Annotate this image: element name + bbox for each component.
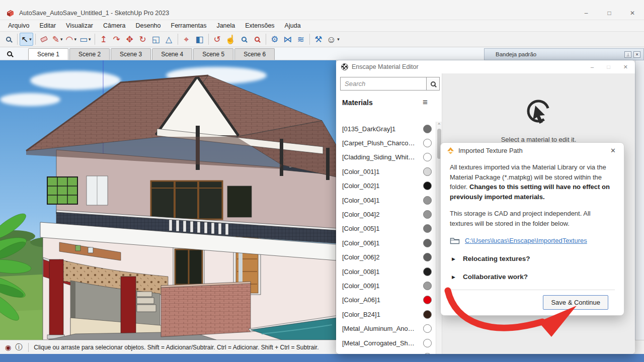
material-row[interactable]: [0135_DarkGray]1: [336, 122, 436, 136]
dialog-header[interactable]: Imported Texture Path ✕: [441, 143, 624, 157]
menu-item[interactable]: Ajuda: [280, 21, 306, 30]
enscape-sync-button[interactable]: ⋈: [281, 33, 294, 46]
scale-tool-button[interactable]: ◱: [149, 33, 163, 46]
enscape-settings-button[interactable]: ⚙: [268, 33, 281, 46]
rotate-tool-button[interactable]: ↻: [136, 33, 149, 46]
material-row[interactable]: [Color_004]1: [336, 193, 436, 207]
enscape-layers-button[interactable]: ≋: [294, 33, 307, 46]
move-tool-button[interactable]: ✥: [123, 33, 136, 46]
material-list: [0135_DarkGray]1 [Carpet_Plush_Charco… […: [336, 122, 436, 354]
menu-item[interactable]: Janela: [211, 21, 240, 30]
scene-tab[interactable]: Scene 1: [28, 48, 68, 60]
default-tray-header[interactable]: Bandeja padrão ⊤ ✕: [484, 48, 644, 60]
paint-bucket-button[interactable]: ◧: [193, 33, 206, 46]
material-editor-header[interactable]: Enscape Material Editor – □ ✕: [336, 60, 635, 73]
chevron-down-icon[interactable]: ▾: [89, 37, 91, 42]
material-row[interactable]: [Color_008]1: [336, 264, 436, 279]
zoom-cursor-icon: [7, 51, 12, 56]
material-row[interactable]: [Metal_Rough]1: [336, 350, 436, 354]
material-row[interactable]: [Cladding_Siding_Whit…: [336, 150, 436, 164]
material-row[interactable]: [Color_006]1: [336, 236, 436, 250]
tape-measure-button[interactable]: ⌖: [180, 33, 193, 46]
orbit-tool-button[interactable]: ↺: [211, 33, 224, 46]
viewport-3d-view[interactable]: [0, 60, 336, 340]
scene-tab[interactable]: Scene 6: [234, 48, 275, 60]
menu-item[interactable]: Desenho: [130, 21, 166, 30]
window-maximize-button[interactable]: □: [598, 7, 621, 20]
material-row[interactable]: [Color_A06]1: [336, 293, 436, 307]
material-row[interactable]: [Color_009]1: [336, 279, 436, 293]
menu-item[interactable]: Arquivo: [3, 21, 34, 30]
save-continue-button[interactable]: Save & Continue: [543, 295, 608, 310]
eraser-tool-button[interactable]: [38, 33, 51, 46]
zoom-tool-button[interactable]: [2, 33, 15, 46]
menu-item[interactable]: Câmera: [98, 21, 130, 30]
toolbar-separator: [309, 34, 310, 45]
menu-item[interactable]: Ferramentas: [166, 21, 212, 30]
account-button[interactable]: ☺▾: [325, 33, 341, 46]
pushpull-tool-button[interactable]: ↥: [97, 33, 110, 46]
scene-tab[interactable]: Scene 5: [193, 48, 233, 60]
chevron-down-icon[interactable]: ▾: [337, 37, 340, 42]
menu-item[interactable]: Extensões: [240, 21, 279, 30]
pan-tool-button[interactable]: ☝: [224, 33, 237, 46]
expander-row[interactable]: ▶ Relocating textures?: [450, 255, 615, 262]
pin-icon[interactable]: ⊤: [624, 51, 631, 58]
search-input[interactable]: [340, 77, 427, 90]
info-icon[interactable]: ⓘ: [15, 343, 22, 352]
panel-close-button[interactable]: ✕: [623, 64, 628, 70]
material-row[interactable]: [Color_001]1: [336, 164, 436, 178]
geolocation-icon[interactable]: ◉: [5, 343, 11, 351]
material-row[interactable]: [Color_004]2: [336, 207, 436, 221]
material-swatch: [423, 267, 432, 276]
scene-tab[interactable]: Scene 4: [152, 48, 192, 60]
line-tool-button[interactable]: ✎▾: [51, 33, 64, 46]
panel-minimize-button[interactable]: –: [591, 64, 594, 70]
close-icon[interactable]: ✕: [633, 51, 640, 58]
expander-row[interactable]: ▶ Collaborative work?: [450, 273, 615, 281]
rectangle-tool-button[interactable]: ▭▾: [78, 33, 93, 46]
menu-item[interactable]: Visualizar: [61, 21, 98, 30]
chevron-down-icon[interactable]: ▾: [74, 37, 76, 42]
pan-hand-icon: ☝: [225, 35, 236, 44]
material-row[interactable]: [Color_005]1: [336, 222, 436, 236]
dialog-close-icon[interactable]: ✕: [608, 147, 618, 154]
material-row[interactable]: [Color_B24]1: [336, 307, 436, 321]
expander-label: Relocating textures?: [463, 255, 530, 262]
expander-label: Collaborative work?: [463, 273, 528, 281]
enscape-tools-button[interactable]: ⚒: [312, 33, 325, 46]
material-row[interactable]: [Metal_Corrogated_Sh…: [336, 336, 436, 350]
pushpull-icon: ↥: [100, 35, 107, 44]
window-minimize-button[interactable]: –: [575, 7, 598, 20]
arc-tool-button[interactable]: ◠▾: [64, 33, 78, 46]
material-row[interactable]: [Carpet_Plush_Charco…: [336, 136, 436, 150]
material-swatch: [423, 153, 432, 161]
followme-tool-button[interactable]: ↷: [110, 33, 123, 46]
window-close-button[interactable]: ✕: [621, 7, 644, 20]
chevron-down-icon[interactable]: ▾: [29, 37, 32, 42]
sketchup-window: AutoSave_AutoSave_Untitled_1 - SketchUp …: [0, 0, 644, 362]
offset-tool-button[interactable]: △: [163, 33, 176, 46]
texture-path-link[interactable]: C:\Users\lucas\Enscape\ImportedTextures: [465, 237, 587, 244]
zoom-view-button[interactable]: [237, 33, 251, 46]
toolbar-separator: [208, 34, 209, 45]
panel-maximize-button[interactable]: □: [607, 64, 610, 70]
material-row[interactable]: [Color_006]2: [336, 250, 436, 264]
chevron-down-icon[interactable]: ▾: [60, 37, 63, 42]
select-tool-button[interactable]: ↖▾: [20, 33, 33, 46]
scene-tab[interactable]: Scene 2: [69, 48, 110, 60]
layers-icon: ≋: [297, 35, 304, 44]
tray-body-edge: [635, 60, 644, 354]
material-swatch: [423, 224, 432, 233]
zoom-extents-button[interactable]: [251, 33, 264, 46]
material-row[interactable]: [Metal_Aluminum_Ano…: [336, 321, 436, 335]
scene-tab[interactable]: Scene 3: [111, 48, 151, 60]
material-row[interactable]: [Color_002]1: [336, 179, 436, 193]
folder-icon: [450, 236, 460, 244]
menu-item[interactable]: Editar: [34, 21, 61, 30]
magnifier-icon: [6, 37, 11, 42]
search-button[interactable]: [427, 77, 440, 90]
material-swatch: [423, 167, 432, 176]
scroll-up-arrow[interactable]: ^: [436, 122, 442, 128]
hamburger-menu-icon[interactable]: ≡: [423, 98, 428, 108]
